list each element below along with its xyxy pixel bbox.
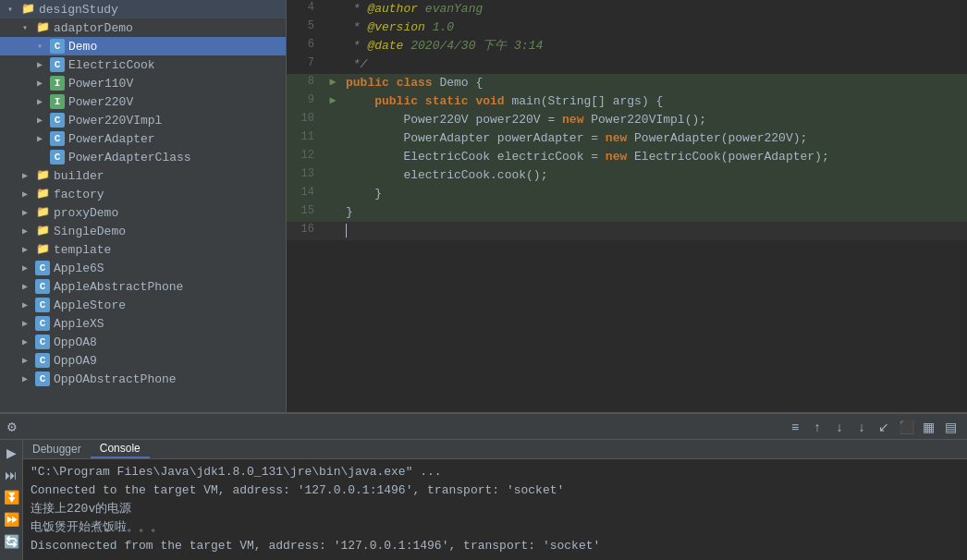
tree-arrow-icon[interactable]: ▶ [22, 262, 35, 274]
line-number: 12 [287, 148, 324, 162]
tree-arrow-icon[interactable]: ▾ [22, 22, 35, 33]
sidebar-item-ElectricCook[interactable]: ▶CElectricCook [0, 55, 286, 74]
tree-arrow-icon[interactable]: ▾ [7, 4, 20, 15]
tree-label: AppleAbstractPhone [54, 280, 183, 294]
sidebar-item-factory[interactable]: ▶📁factory [0, 185, 286, 203]
tree-arrow-icon[interactable]: ▶ [37, 78, 50, 89]
tree-label: template [54, 243, 111, 257]
class-icon: C [35, 371, 50, 386]
class-icon: C [35, 316, 50, 331]
gear-icon[interactable]: ⚙ [7, 418, 17, 436]
debug-tab-debugger[interactable]: Debugger [23, 441, 91, 457]
sidebar-item-designStudy[interactable]: ▾📁designStudy [0, 0, 286, 18]
debug-panel: ⚙ ≡↑↓↓↙⬛▦▤ ▶⏭⏬⏩🔄 DebuggerConsole "C:\Pro… [0, 412, 967, 560]
tree-arrow-icon[interactable]: ▶ [37, 96, 50, 107]
tree-arrow-icon[interactable]: ▶ [22, 318, 35, 329]
tree-arrow-icon[interactable]: ▶ [22, 355, 35, 366]
tree-arrow-icon[interactable]: ▶ [22, 207, 35, 218]
tree-label: designStudy [39, 3, 118, 17]
sidebar-item-PowerAdapter[interactable]: ▶CPowerAdapter [0, 129, 286, 148]
line-content: Power220V power220V = new Power220VImpl(… [342, 111, 967, 129]
tree-arrow-icon[interactable]: ▶ [22, 170, 35, 181]
tree-arrow-icon[interactable]: ▶ [22, 281, 35, 292]
line-run-icon [324, 222, 342, 223]
folder-icon: 📁 [35, 187, 50, 201]
class-icon: C [35, 335, 50, 349]
tree-arrow-icon[interactable]: ▶ [22, 336, 35, 347]
step-over-side-icon[interactable]: ⏭ [2, 466, 20, 484]
line-run-icon [324, 129, 342, 130]
line-number: 16 [287, 222, 324, 236]
debug-tab-console[interactable]: Console [91, 440, 150, 458]
sidebar-item-Power220V[interactable]: ▶IPower220V [0, 92, 286, 111]
tree-label: PowerAdapter [68, 132, 155, 146]
sidebar-item-builder[interactable]: ▶📁builder [0, 166, 286, 185]
sidebar-item-Power220VImpl[interactable]: ▶CPower220VImpl [0, 111, 286, 129]
step-into-icon[interactable]: ↙ [875, 418, 893, 436]
restart-side-icon[interactable]: 🔄 [2, 532, 20, 551]
lines-icon[interactable]: ▤ [941, 418, 960, 436]
debug-bottom: ▶⏭⏬⏩🔄 DebuggerConsole "C:\Program Files\… [0, 440, 967, 560]
grid-icon[interactable]: ▦ [919, 418, 937, 436]
step-out-side-icon[interactable]: ⏩ [2, 510, 20, 529]
step-into-side-icon[interactable]: ⏬ [2, 488, 20, 506]
down-icon[interactable]: ↓ [830, 418, 849, 436]
sidebar-item-Apple6S[interactable]: ▶CApple6S [0, 259, 286, 277]
up-icon[interactable]: ↑ [808, 418, 826, 436]
line-run-icon [324, 55, 342, 56]
tree-arrow-icon[interactable]: ▶ [37, 115, 50, 126]
debug-header: ⚙ ≡↑↓↓↙⬛▦▤ [0, 414, 967, 440]
tree-arrow-icon[interactable]: ▶ [37, 59, 50, 70]
sidebar-item-PowerAdapterClass[interactable]: CPowerAdapterClass [0, 148, 286, 166]
code-line-13: 13 electricCook.cook(); [287, 166, 967, 185]
tree-label: AppleXS [54, 317, 104, 331]
tree-arrow-icon[interactable]: ▶ [22, 244, 35, 255]
sidebar-item-OppOA9[interactable]: ▶COppOA9 [0, 351, 286, 370]
line-number: 15 [287, 203, 324, 217]
tree-arrow-icon[interactable]: ▶ [37, 133, 50, 144]
class-icon: C [50, 150, 65, 164]
folder-icon: 📁 [35, 242, 50, 257]
tree-arrow-icon[interactable]: ▶ [22, 299, 35, 310]
line-number: 11 [287, 129, 324, 143]
interface-icon: I [50, 94, 65, 109]
sidebar-item-template[interactable]: ▶📁template [0, 240, 286, 259]
tree-label: PowerAdapterClass [68, 151, 191, 164]
sidebar-item-AppleAbstractPhone[interactable]: ▶CAppleAbstractPhone [0, 277, 286, 296]
line-run-icon[interactable]: ▶ [324, 74, 342, 89]
sidebar-item-OppOAbstractPhone[interactable]: ▶COppOAbstractPhone [0, 370, 286, 388]
tree-arrow-icon[interactable]: ▶ [22, 189, 35, 200]
tree-arrow-icon[interactable]: ▾ [37, 41, 50, 52]
line-run-icon [324, 111, 342, 112]
tree-arrow-icon[interactable]: ▶ [22, 373, 35, 384]
line-number: 4 [287, 0, 324, 14]
stop-icon[interactable]: ⬛ [897, 418, 915, 436]
tree-label: AppleStore [54, 298, 126, 312]
folder-icon: 📁 [35, 168, 50, 183]
code-line-12: 12 ElectricCook electricCook = new Elect… [287, 148, 967, 166]
line-number: 6 [287, 37, 324, 51]
resume-icon[interactable]: ▶ [2, 444, 20, 462]
menu-icon[interactable]: ≡ [786, 418, 804, 436]
line-content: * @version 1.0 [342, 18, 967, 37]
step-over-icon[interactable]: ↓ [852, 418, 871, 436]
sidebar-item-adaptorDemo[interactable]: ▾📁adaptorDemo [0, 18, 286, 37]
sidebar-item-Demo[interactable]: ▾CDemo [0, 37, 286, 55]
line-content: public static void main(String[] args) { [342, 92, 967, 111]
sidebar-item-AppleStore[interactable]: ▶CAppleStore [0, 296, 286, 314]
sidebar-item-proxyDemo[interactable]: ▶📁proxyDemo [0, 203, 286, 222]
line-run-icon[interactable]: ▶ [324, 92, 342, 107]
class-icon: C [50, 57, 65, 72]
sidebar-item-AppleXS[interactable]: ▶CAppleXS [0, 314, 286, 333]
line-number: 13 [287, 166, 324, 180]
code-line-15: 15} [287, 203, 967, 222]
sidebar-item-Power110V[interactable]: ▶IPower110V [0, 74, 286, 92]
line-content: ElectricCook electricCook = new Electric… [342, 148, 967, 166]
tree-label: factory [54, 188, 104, 201]
tree-label: OppOAbstractPhone [54, 372, 177, 386]
sidebar-item-OppOA8[interactable]: ▶COppOA8 [0, 333, 286, 351]
class-icon: C [35, 279, 50, 294]
sidebar-item-SingleDemo[interactable]: ▶📁SingleDemo [0, 222, 286, 240]
tree-arrow-icon[interactable]: ▶ [22, 225, 35, 237]
line-content: * @date 2020/4/30 下午 3:14 [342, 37, 967, 55]
